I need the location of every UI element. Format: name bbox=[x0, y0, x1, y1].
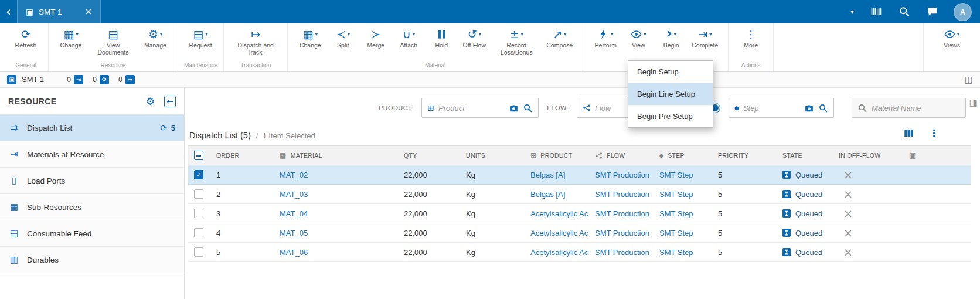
tab-smt1[interactable]: ▣ SMT 1 × bbox=[17, 0, 101, 23]
view-button[interactable]: ▾ View bbox=[622, 26, 655, 49]
dispatch-count-badge[interactable]: ⟳5 bbox=[160, 123, 175, 132]
request-button[interactable]: ▤▾ Request bbox=[184, 26, 217, 49]
chevron-down-icon[interactable]: ▾ bbox=[850, 8, 854, 16]
sidebar-item-dispatch-list[interactable]: ⇉ Dispatch List ⟳5 bbox=[0, 115, 184, 141]
change-material-button[interactable]: ▦▾ Change bbox=[294, 26, 326, 49]
off-flow-cross-icon[interactable]: × bbox=[839, 227, 853, 239]
table-row[interactable]: 2 MAT_03 22,000 Kg Belgas [A] SMT Produc… bbox=[188, 185, 971, 204]
product-link[interactable]: Acetylsalicylic Ac bbox=[530, 229, 588, 237]
sidebar-item-load-ports[interactable]: ▯ Load Ports bbox=[0, 168, 184, 194]
product-link[interactable]: Acetylsalicylic Ac bbox=[530, 209, 588, 218]
col-flow[interactable]: FLOW bbox=[589, 152, 654, 159]
col-actions[interactable]: ▣ bbox=[903, 151, 971, 159]
sidebar-item-durables[interactable]: ▥ Durables bbox=[0, 247, 184, 273]
col-material[interactable]: ▦MATERIAL bbox=[274, 151, 398, 159]
menu-item-begin-line-setup[interactable]: Begin Line Setup bbox=[628, 83, 713, 106]
views-button[interactable]: ▾ Views bbox=[935, 26, 968, 49]
table-row[interactable]: 4 MAT_05 22,000 Kg Acetylsalicylic Ac SM… bbox=[188, 223, 971, 243]
product-filter-input[interactable]: ⊞ bbox=[421, 98, 539, 118]
col-state[interactable]: STATE bbox=[777, 152, 833, 159]
material-link[interactable]: MAT_03 bbox=[280, 190, 308, 199]
refresh-button[interactable]: ⟳ Refresh bbox=[9, 26, 42, 49]
barcode-scan-icon[interactable] bbox=[870, 6, 882, 18]
more-button[interactable]: ⋮ More bbox=[734, 26, 767, 49]
back-chevron-icon[interactable]: ‹ bbox=[6, 5, 11, 18]
flow-link[interactable]: SMT Production bbox=[595, 209, 649, 218]
step-input[interactable] bbox=[743, 104, 800, 113]
attach-button[interactable]: ∪▾ Attach bbox=[392, 26, 425, 49]
gear-icon[interactable]: ⚙ bbox=[146, 96, 155, 107]
perform-button[interactable]: ▾ Perform bbox=[589, 26, 622, 49]
material-link[interactable]: MAT_06 bbox=[280, 248, 308, 257]
table-row[interactable]: ✓ 1 MAT_02 22,000 Kg Belgas [A] SMT Prod… bbox=[188, 165, 971, 185]
search-icon[interactable] bbox=[523, 103, 533, 113]
material-name-search[interactable] bbox=[852, 98, 966, 118]
col-in-off-flow[interactable]: IN OFF-FLOW bbox=[833, 152, 903, 159]
flow-link[interactable]: SMT Production bbox=[595, 190, 649, 199]
step-link[interactable]: SMT Step bbox=[659, 209, 693, 218]
sidebar-item-consumable-feed[interactable]: ▤ Consumable Feed bbox=[0, 220, 184, 247]
off-flow-cross-icon[interactable]: × bbox=[839, 169, 853, 181]
step-link[interactable]: SMT Step bbox=[659, 171, 693, 179]
expand-panel-icon[interactable]: ◫ bbox=[965, 74, 973, 85]
menu-item-begin-setup[interactable]: Begin Setup bbox=[628, 61, 713, 83]
merge-button[interactable]: ≻ Merge bbox=[359, 26, 392, 49]
complete-button[interactable]: ⇥▾ Complete bbox=[688, 26, 722, 49]
row-checkbox[interactable] bbox=[194, 247, 203, 257]
step-link[interactable]: SMT Step bbox=[659, 248, 693, 257]
col-units[interactable]: UNITS bbox=[460, 152, 525, 159]
off-flow-cross-icon[interactable]: × bbox=[839, 247, 853, 258]
sidebar-item-materials-at-resource[interactable]: ⇥ Materials at Resource bbox=[0, 141, 184, 168]
material-link[interactable]: MAT_02 bbox=[280, 171, 308, 179]
manage-button[interactable]: ⚙▾ Manage bbox=[139, 26, 172, 49]
material-link[interactable]: MAT_05 bbox=[280, 229, 308, 237]
row-checkbox[interactable] bbox=[194, 189, 203, 199]
material-name-input[interactable] bbox=[872, 104, 960, 113]
split-button[interactable]: ≺▾ Split bbox=[326, 26, 359, 49]
camera-scan-icon[interactable] bbox=[804, 103, 814, 113]
begin-button[interactable]: ›▾ Begin bbox=[655, 26, 688, 49]
product-input[interactable] bbox=[438, 104, 505, 113]
product-link[interactable]: Belgas [A] bbox=[530, 190, 565, 199]
search-icon[interactable] bbox=[818, 103, 828, 113]
select-all-checkbox[interactable] bbox=[194, 151, 203, 160]
step-filter-input[interactable]: ● bbox=[729, 98, 834, 118]
menu-item-begin-pre-setup[interactable]: Begin Pre Setup bbox=[628, 106, 713, 127]
collapse-sidebar-icon[interactable]: ← bbox=[164, 96, 176, 107]
step-link[interactable]: SMT Step bbox=[659, 229, 693, 237]
dispatch-track-button[interactable]: ↦ Dispatch and Track- bbox=[230, 26, 281, 56]
row-checkbox[interactable] bbox=[194, 209, 203, 218]
material-link[interactable]: MAT_04 bbox=[280, 209, 308, 218]
product-link[interactable]: Belgas [A] bbox=[530, 171, 565, 179]
col-qty[interactable]: QTY bbox=[398, 152, 460, 159]
sidebar-item-sub-resources[interactable]: ▦ Sub-Resources bbox=[0, 194, 184, 220]
view-documents-button[interactable]: ▤ View Documents bbox=[87, 26, 139, 56]
table-row[interactable]: 5 MAT_06 22,000 Kg Acetylsalicylic Ac SM… bbox=[188, 243, 971, 262]
product-link[interactable]: Acetylsalicylic Ac bbox=[530, 248, 588, 257]
column-settings-icon[interactable] bbox=[903, 128, 914, 138]
row-checkbox[interactable]: ✓ bbox=[194, 170, 203, 179]
search-icon[interactable] bbox=[899, 6, 910, 18]
col-product[interactable]: ⊞PRODUCT bbox=[525, 151, 589, 159]
hold-button[interactable]: Hold bbox=[425, 26, 458, 49]
off-flow-cross-icon[interactable]: × bbox=[839, 189, 853, 200]
flow-link[interactable]: SMT Production bbox=[595, 171, 649, 179]
table-row[interactable]: 3 MAT_04 22,000 Kg Acetylsalicylic Ac SM… bbox=[188, 204, 971, 223]
more-options-icon[interactable]: ⋮ bbox=[929, 127, 939, 139]
off-flow-button[interactable]: ↺▾ Off-Flow bbox=[458, 26, 491, 49]
step-link[interactable]: SMT Step bbox=[659, 190, 693, 199]
collapse-right-panel-icon[interactable]: ◨ bbox=[969, 97, 978, 108]
col-priority[interactable]: PRIORITY bbox=[712, 152, 777, 159]
record-loss-bonus-button[interactable]: ±▾ Record Loss/Bonus bbox=[491, 26, 542, 56]
change-resource-button[interactable]: ▦▾ Change bbox=[55, 26, 87, 49]
close-tab-icon[interactable]: × bbox=[85, 6, 93, 17]
flow-link[interactable]: SMT Production bbox=[595, 229, 649, 237]
off-flow-cross-icon[interactable]: × bbox=[839, 208, 853, 219]
camera-scan-icon[interactable] bbox=[509, 103, 519, 113]
avatar[interactable]: A bbox=[955, 4, 971, 20]
col-order[interactable]: ORDER bbox=[210, 152, 274, 159]
counter-track-in[interactable]: 0⇥ bbox=[67, 75, 83, 84]
compose-button[interactable]: ↗▾ Compose bbox=[542, 26, 577, 49]
row-checkbox[interactable] bbox=[194, 228, 203, 237]
counter-track-out[interactable]: 0↦ bbox=[118, 75, 135, 84]
